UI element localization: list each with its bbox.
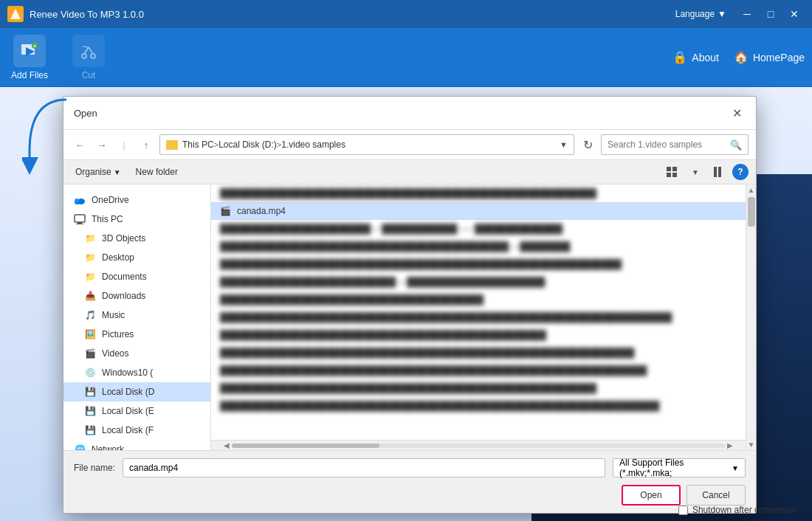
view-dropdown-button[interactable]: ▼ [685,163,706,181]
scroll-thumb[interactable] [748,197,755,227]
filetype-select[interactable]: All Support Files (*.mkv;*.mka; ▼ [613,458,746,477]
search-box[interactable]: 🔍 [601,134,749,155]
sidebar-label-localdisk-d: Local Disk (D [102,387,154,397]
sidebar-item-onedrive[interactable]: OneDrive [63,190,210,210]
sidebar-item-windows10[interactable]: 💿 Windows10 ( [63,363,210,382]
sidebar-label-localdisk-f: Local Disk (F [102,425,154,435]
add-files-button[interactable]: + Add Files [7,35,52,80]
breadcrumb-path[interactable]: This PC > Local Disk (D:) > 1.video samp… [159,134,574,155]
file-item-blurred-10[interactable]: ████████████████████████████████████████… [211,379,746,397]
svg-rect-11 [667,167,671,171]
lock-icon: 🔒 [672,50,687,64]
file-list: ████████████████████████████████████████… [211,184,746,440]
cut-button[interactable]: Cut [66,35,111,80]
add-files-icon: + [13,35,46,67]
open-button[interactable]: Open [622,485,681,506]
toolbar-right: 🔒 About 🏠 HomePage [672,50,805,64]
minimize-button[interactable]: ─ [737,4,757,24]
file-item-blurred-1[interactable]: ████████████████████████ ─ ████████████ … [211,220,746,238]
file-item-blurred-11[interactable]: ████████████████████████████████████████… [211,397,746,415]
file-item-canada-mp4[interactable]: 🎬 canada.mp4 [211,202,746,220]
close-app-button[interactable]: ✕ [784,4,805,24]
file-name-canada: canada.mp4 [237,206,286,216]
breadcrumb-dropdown-icon[interactable]: ▼ [560,140,568,149]
sidebar-item-localdisk-f[interactable]: 💾 Local Disk (F [63,421,210,440]
file-list-header-blurred: ████████████████████████████████████████… [211,184,746,202]
svg-point-6 [82,54,86,58]
music-icon: 🎵 [84,309,96,321]
language-dropdown-icon: ▼ [718,9,726,19]
footer-buttons: Open Cancel [74,485,746,506]
open-dialog: Open ✕ ← → | ↑ This PC > Local Disk (D:)… [63,96,757,514]
sidebar-label-3dobjects: 3D Objects [102,233,145,244]
search-input[interactable] [608,139,730,150]
about-link[interactable]: 🔒 About [672,50,719,64]
filename-input[interactable] [123,458,605,477]
sidebar-label-pictures: Pictures [102,329,134,339]
add-files-label: Add Files [11,70,48,80]
file-item-blurred-4[interactable]: ████████████████████████████ ─ █████████… [211,273,746,291]
vertical-scrollbar[interactable]: ▲ ▼ [746,184,756,450]
svg-rect-15 [714,167,717,177]
app-logo-icon [7,6,24,22]
view-grid-button[interactable] [661,163,682,181]
sidebar-item-pictures[interactable]: 🖼️ Pictures [63,325,210,344]
sidebar-item-downloads[interactable]: 📥 Downloads [63,286,210,306]
arrow-annotation [22,92,81,184]
filename-row: File name: All Support Files (*.mkv;*.mk… [74,458,746,477]
sidebar-item-3dobjects[interactable]: 📁 3D Objects [63,229,210,248]
maximize-button[interactable]: □ [760,4,781,24]
this-pc-label: This PC [182,139,214,150]
filetype-dropdown-icon: ▼ [732,464,739,472]
refresh-button[interactable]: ↻ [579,136,596,153]
sidebar-item-thispc[interactable]: This PC [63,210,210,229]
search-icon: 🔍 [730,139,742,151]
file-item-blurred-8[interactable]: ████████████████████████████████████████… [211,344,746,362]
help-button[interactable]: ? [732,164,749,180]
new-folder-button[interactable]: New folder [131,165,182,179]
dialog-body: OneDrive This PC 📁 3D Objects 📁 Desktop [63,184,756,450]
language-button[interactable]: Language ▼ [675,9,726,19]
new-folder-label: New folder [136,167,178,177]
sidebar-item-network[interactable]: 🌐 Network [63,440,210,450]
up-button[interactable]: ↑ [137,136,155,153]
sidebar-label-documents: Documents [102,272,147,282]
file-item-blurred-7[interactable]: ████████████████████████████████████████… [211,326,746,344]
sidebar-item-localdisk-e[interactable]: 💾 Local Disk (E [63,401,210,421]
h-scroll-thumb[interactable] [232,444,379,448]
sidebar-label-thispc: This PC [92,214,123,224]
file-item-blurred-5[interactable]: ████████████████████████████████████████… [211,291,746,308]
cut-label: Cut [82,70,96,80]
cancel-button[interactable]: Cancel [687,485,746,506]
dialog-sidebar: OneDrive This PC 📁 3D Objects 📁 Desktop [63,184,211,450]
svg-rect-20 [75,215,85,222]
homepage-link[interactable]: 🏠 HomePage [734,50,805,64]
dialog-title-bar: Open ✕ [63,97,756,130]
h-scroll-track[interactable] [232,444,725,448]
sidebar-item-localdisk-d[interactable]: 💾 Local Disk (D [63,382,210,401]
sidebar-item-music[interactable]: 🎵 Music [63,306,210,325]
sidebar-item-desktop[interactable]: 📁 Desktop [63,248,210,267]
svg-rect-12 [672,167,677,171]
file-item-blurred-6[interactable]: ████████████████████████████████████████… [211,308,746,326]
sidebar-item-videos[interactable]: 🎬 Videos [63,344,210,363]
horizontal-scrollbar[interactable]: ◀ ▶ [211,440,746,450]
view-list-button[interactable] [709,163,729,181]
app-title: Renee Video To MP3 1.0.0 [30,9,675,20]
sidebar-label-downloads: Downloads [102,291,145,301]
dialog-close-button[interactable]: ✕ [728,104,746,122]
3dobjects-icon: 📁 [84,232,96,244]
file-item-blurred-2[interactable]: ████████████████████████████████████████… [211,238,746,255]
file-item-blurred-9[interactable]: ████████████████████████████████████████… [211,362,746,379]
about-label: About [692,52,719,63]
svg-point-19 [75,199,79,203]
shutdown-checkbox[interactable] [678,506,688,515]
file-item-blurred-3[interactable]: ████████████████████████████████████████… [211,255,746,273]
sidebar-item-documents[interactable]: 📁 Documents [63,267,210,286]
view-controls: ▼ ? [661,163,749,181]
sidebar-label-localdisk-e: Local Disk (E [102,406,154,416]
forward-button[interactable]: → [93,136,111,153]
onedrive-icon [74,194,86,206]
title-bar: Renee Video To MP3 1.0.0 Language ▼ ─ □ … [0,0,812,28]
svg-line-9 [89,47,93,54]
